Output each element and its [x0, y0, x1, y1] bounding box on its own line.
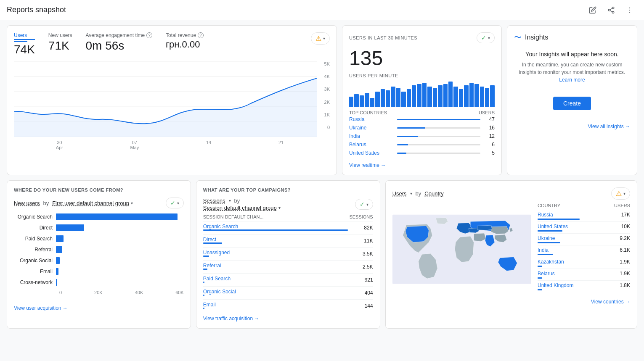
view-all-insights-link[interactable]: View all insights → — [514, 124, 630, 129]
mini-bar — [370, 98, 374, 107]
map-country-name[interactable]: Kazakhstan — [538, 259, 609, 267]
insights-title: Insights — [525, 34, 548, 41]
more-button[interactable] — [622, 3, 637, 18]
mini-bar — [360, 95, 364, 107]
country-bar-fill — [397, 153, 406, 154]
campaign-row: Referral2.5K — [203, 260, 373, 273]
map-col-country: COUNTRY — [538, 203, 560, 208]
hbar-fill — [56, 246, 62, 253]
edit-button[interactable] — [585, 3, 600, 18]
insights-icon: 〜 — [514, 32, 522, 42]
map-country-name[interactable]: Ukraine — [538, 235, 609, 243]
map-country-value: 17K — [609, 212, 630, 220]
view-acquisition-link[interactable]: View user acquisition → — [14, 305, 184, 311]
country-count: 47 — [482, 116, 495, 122]
map-country-name[interactable]: Belarus — [538, 271, 609, 279]
y-label-2k: 2K — [324, 100, 330, 105]
main-content: Users 74K New users 71K Average engageme… — [0, 20, 644, 339]
mini-bar — [391, 87, 395, 107]
campaign-name[interactable]: Direct — [203, 237, 348, 242]
country-bar-track — [397, 127, 480, 129]
sessions-label: Sessions — [203, 198, 225, 204]
revenue-value: грн.0.00 — [166, 39, 204, 50]
view-countries-link[interactable]: View countries → — [392, 299, 630, 305]
map-country-name[interactable]: Russia — [538, 212, 609, 220]
campaign-name[interactable]: Organic Search — [203, 224, 348, 229]
users-status-pill[interactable]: ⚠ ▾ — [311, 32, 330, 45]
campaign-value: 11K — [348, 238, 373, 244]
campaign-name-area: Organic Social — [203, 289, 348, 297]
line-chart-area: 5K 4K 3K 2K 1K 0 — [14, 61, 330, 138]
view-campaigns-link[interactable]: View traffic acquisition → — [203, 316, 373, 321]
revenue-label: Total revenue ? — [166, 32, 204, 38]
svg-point-0 — [612, 7, 614, 9]
country-row: Ukraine16 — [349, 124, 495, 132]
mini-bar — [459, 89, 463, 107]
campaign-name-area: Email — [203, 302, 348, 310]
mini-bar — [401, 92, 405, 107]
campaigns-status-pill[interactable]: ✓ ▾ — [355, 199, 373, 210]
country-row: Belarus6 — [349, 140, 495, 149]
map-status-pill[interactable]: ⚠ ▾ — [611, 187, 630, 200]
view-realtime-text: View realtime → — [349, 162, 386, 168]
campaign-bar — [203, 242, 222, 244]
view-acquisition-text: View user acquisition → — [14, 305, 68, 311]
map-country-bar — [538, 289, 542, 290]
insights-body: Your Insights will appear here soon. In … — [514, 42, 630, 119]
map-dropdown[interactable]: Users ▾ by Country — [392, 190, 444, 197]
countries-header-left: TOP COUNTRIES — [349, 110, 387, 115]
country-bar-fill — [397, 144, 408, 145]
campaign-name[interactable]: Email — [203, 302, 348, 308]
map-country-bar — [538, 254, 553, 255]
mini-bar — [349, 97, 353, 107]
metric-new-users: New users 71K — [48, 32, 72, 56]
realtime-pill-chevron: ▾ — [488, 36, 490, 40]
mini-bar — [412, 85, 416, 107]
svg-line-4 — [610, 8, 612, 9]
country-name[interactable]: Ukraine — [349, 125, 395, 131]
country-name[interactable]: Belarus — [349, 142, 395, 148]
engagement-info-icon[interactable]: ? — [146, 32, 152, 38]
country-name[interactable]: United States — [349, 150, 395, 156]
insights-card: 〜 Insights Your Insights will appear her… — [507, 25, 637, 175]
map-country-name[interactable]: United Kingdom — [538, 282, 609, 290]
view-realtime-link[interactable]: View realtime → — [349, 162, 495, 168]
map-col-users: USERS — [614, 203, 630, 208]
campaign-name[interactable]: Referral — [203, 263, 348, 269]
campaign-name[interactable]: Unassigned — [203, 250, 348, 256]
camp-col-sessions: SESSIONS — [349, 214, 373, 219]
acquisition-dropdown[interactable]: New users by First user default channel … — [14, 200, 133, 206]
revenue-info-icon[interactable]: ? — [198, 32, 204, 38]
row-1: Users 74K New users 71K Average engageme… — [7, 25, 637, 175]
country-name[interactable]: Russia — [349, 116, 395, 122]
acquisition-status-pill[interactable]: ✓ ▾ — [166, 198, 184, 208]
map-country-name[interactable]: United States — [538, 224, 609, 232]
axis-0: 0 — [59, 290, 62, 295]
row-2: WHERE DO YOUR NEW USERS COME FROM? New u… — [7, 180, 637, 329]
campaigns-group-label: Session default channel group — [203, 205, 277, 211]
users-value: 74K — [14, 43, 35, 56]
world-map-svg — [392, 203, 531, 295]
campaign-name[interactable]: Paid Search — [203, 276, 348, 282]
realtime-status-pill[interactable]: ✓ ▾ — [477, 32, 495, 43]
hbar-row: Organic Social — [14, 257, 184, 264]
country-name[interactable]: India — [349, 133, 395, 139]
hbar-label: Cross-network — [14, 279, 56, 285]
campaign-row: Direct11K — [203, 234, 373, 247]
campaigns-dropdown[interactable]: Sessions ▾ by — [203, 198, 281, 204]
users-card: Users 74K New users 71K Average engageme… — [7, 25, 337, 175]
page-header: Reports snapshot — [0, 0, 644, 20]
campaigns-group-dropdown[interactable]: Session default channel group ▾ — [203, 205, 281, 211]
hbar-track — [56, 257, 184, 264]
per-minute-label: USERS PER MINUTE — [349, 73, 495, 78]
page-title: Reports snapshot — [7, 5, 66, 14]
map-country-name[interactable]: India — [538, 247, 609, 255]
campaign-name[interactable]: Organic Social — [203, 289, 348, 295]
insights-learn-link[interactable]: Learn more — [559, 77, 585, 83]
insights-create-button[interactable]: Create — [553, 97, 591, 110]
country-count: 16 — [482, 125, 495, 131]
hbar-fill — [56, 279, 57, 286]
hbar-track — [56, 224, 184, 231]
x-label-14: 14 — [206, 140, 211, 150]
share-button[interactable] — [604, 3, 619, 18]
